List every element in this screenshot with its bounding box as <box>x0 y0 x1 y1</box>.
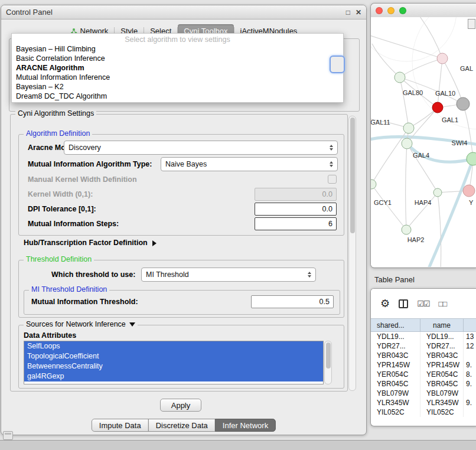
spinner-icon <box>330 145 333 151</box>
mi-threshold-group: MI Threshold Definition Mutual Informati… <box>24 290 340 315</box>
which-threshold-value: MI Threshold <box>146 270 189 279</box>
control-panel-title: Control Panel <box>6 8 53 17</box>
gear-icon[interactable]: ⚙ <box>380 298 390 309</box>
data-attributes-list: SelfLoops TopologicalCoefficient Between… <box>24 341 324 384</box>
which-threshold-label: Which threshold to use: <box>51 268 135 281</box>
manual-kernel-label: Manual Kernel Width Definition <box>28 173 137 186</box>
node-gal10[interactable] <box>457 97 470 110</box>
spinner-icon <box>308 272 311 278</box>
algorithm-option[interactable]: Basic Correlation Inference <box>12 54 343 63</box>
tab-impute-data[interactable]: Impute Data <box>92 419 149 432</box>
algorithm-option-selected[interactable]: ARACNE Algorithm <box>12 63 343 73</box>
algorithm-definition-title: Algorithm Definition <box>24 129 92 138</box>
node-label-y-cut: Y <box>469 199 474 206</box>
table-row[interactable]: YBR045CYBR045C9. <box>371 379 476 389</box>
network-canvas[interactable]: GAL GAL80 GAL10 GAL11 GAL1 SWI4 GAL4 GCY… <box>371 17 476 267</box>
network-scroll-corner[interactable] <box>468 19 475 29</box>
node-label-gal11: GAL11 <box>371 119 390 126</box>
table-body: YDL19...YDL19...13 YDR27...YDR27...12 YB… <box>371 332 476 417</box>
close-traffic-icon[interactable] <box>376 7 383 14</box>
column-header-shared[interactable]: shared... <box>371 319 420 331</box>
dpi-tolerance-field[interactable]: 0.0 <box>255 203 337 216</box>
kernel-width-field[interactable]: 0.0 <box>255 188 337 201</box>
columns-icon[interactable] <box>399 299 408 308</box>
attribute-item-selected[interactable]: TopologicalCoefficient <box>24 351 323 361</box>
hub-definition-toggle[interactable]: Hub/Transcription Factor Definition <box>24 239 157 247</box>
node-salmon[interactable] <box>463 185 475 197</box>
settings-scrollbar[interactable] <box>348 116 356 391</box>
column-header-cut[interactable] <box>464 319 476 331</box>
attribute-list-scrollbar[interactable] <box>324 341 332 384</box>
node-label-gal80: GAL80 <box>403 89 423 96</box>
mi-threshold-group-title: MI Threshold Definition <box>29 285 109 294</box>
algorithm-option[interactable]: Bayesian – Hill Climbing <box>12 44 343 54</box>
node-label-gal10: GAL10 <box>435 90 455 97</box>
spinner-icon <box>330 161 333 167</box>
which-threshold-select[interactable]: MI Threshold <box>141 268 316 282</box>
data-attributes-label: Data Attributes <box>24 329 76 342</box>
traffic-lights <box>376 7 406 14</box>
attribute-item-selected[interactable]: SelfLoops <box>24 341 323 351</box>
table-row[interactable]: YDL19...YDL19...13 <box>371 332 476 341</box>
zoom-traffic-icon[interactable] <box>399 7 406 14</box>
network-window-titlebar[interactable] <box>371 4 476 18</box>
threshold-definition-group: Threshold Definition Which threshold to … <box>18 260 344 318</box>
node-label-hap4: HAP4 <box>415 199 432 206</box>
table-row[interactable]: YER054CYER054C8. <box>371 370 476 379</box>
node-hap2[interactable] <box>402 225 411 234</box>
table-panel-title: Table Panel <box>374 275 415 284</box>
algorithm-combobox-focus[interactable] <box>330 56 345 73</box>
attribute-item-selected[interactable]: BetweennessCentrality <box>24 361 323 371</box>
mi-type-label: Mutual Information Algorithm Type: <box>28 158 152 171</box>
network-labels: GAL GAL80 GAL10 GAL11 GAL1 SWI4 GAL4 GCY… <box>371 65 474 243</box>
attribute-item-selected[interactable]: gal4RGexp <box>24 371 323 381</box>
node-label-swi4: SWI4 <box>452 139 468 146</box>
column-header-name[interactable]: name <box>420 319 464 331</box>
manual-kernel-checkbox[interactable] <box>328 175 337 184</box>
algorithm-option[interactable]: Bayesian – K2 <box>12 82 343 92</box>
close-icon[interactable]: ✕ <box>356 9 361 16</box>
aracne-mode-select[interactable]: Discovery <box>64 141 338 155</box>
table-row[interactable]: YPR145WYPR145W9. <box>371 360 476 370</box>
mi-threshold-field[interactable]: 0.5 <box>251 295 334 308</box>
node-label-gcy1: GCY1 <box>374 199 392 206</box>
table-row[interactable]: YBR043CYBR043C <box>371 351 476 360</box>
minimize-traffic-icon[interactable] <box>387 7 395 14</box>
mi-type-select[interactable]: Naive Bayes <box>161 157 338 171</box>
table-toolbar: ⚙ ☑☑ □□ <box>371 289 476 318</box>
algorithm-prompt: Select algorithm to view settings <box>12 35 343 44</box>
node-red[interactable] <box>432 102 443 113</box>
node-gal11[interactable] <box>403 123 414 133</box>
node-gal4[interactable] <box>402 138 412 149</box>
node-pink-top[interactable] <box>437 53 448 64</box>
algorithm-option[interactable]: Mutual Information Inference <box>12 73 343 82</box>
bottom-strip <box>0 440 476 450</box>
mi-steps-field[interactable]: 6 <box>255 217 337 230</box>
node-gal80[interactable] <box>395 72 405 83</box>
scrollbar-thumb[interactable] <box>350 118 355 233</box>
mi-threshold-label: Mutual Information Threshold: <box>31 295 138 308</box>
float-window-icon[interactable]: □ <box>346 9 350 16</box>
threshold-definition-title: Threshold Definition <box>24 255 94 263</box>
table-row[interactable]: YLR345WYLR345W9. <box>371 398 476 407</box>
sources-group-title[interactable]: Sources for Network Inference <box>24 320 138 328</box>
control-panel-window: Control Panel □ ✕ Network Style Select C… <box>1 5 367 435</box>
deselect-all-checkboxes-icon[interactable]: □□ <box>438 299 446 308</box>
panel-corner-icon[interactable] <box>3 431 13 440</box>
apply-button[interactable]: Apply <box>160 399 201 412</box>
node-hap4[interactable] <box>433 188 442 197</box>
node-label-gal4: GAL4 <box>413 152 429 159</box>
bottom-tab-bar: Impute Data Discretize Data Infer Networ… <box>92 419 276 432</box>
table-row[interactable]: YIL052CYIL052C <box>371 407 476 417</box>
select-all-checkboxes-icon[interactable]: ☑☑ <box>417 299 429 308</box>
node-green-right[interactable] <box>467 152 476 165</box>
table-row[interactable]: YDR27...YDR27...12 <box>371 341 476 351</box>
scrollbar-thumb[interactable] <box>326 343 331 369</box>
node-gcy1[interactable] <box>371 180 376 189</box>
tab-infer-network[interactable]: Infer Network <box>215 419 276 432</box>
control-panel-titlebar[interactable]: Control Panel □ ✕ <box>1 5 366 19</box>
algorithm-option[interactable]: Dream8 DC_TDC Algorithm <box>12 92 343 101</box>
algorithm-dropdown-popup: Select algorithm to view settings Bayesi… <box>11 33 344 103</box>
tab-discretize-data[interactable]: Discretize Data <box>148 419 216 432</box>
table-row[interactable]: YBL079WYBL079W <box>371 389 476 398</box>
